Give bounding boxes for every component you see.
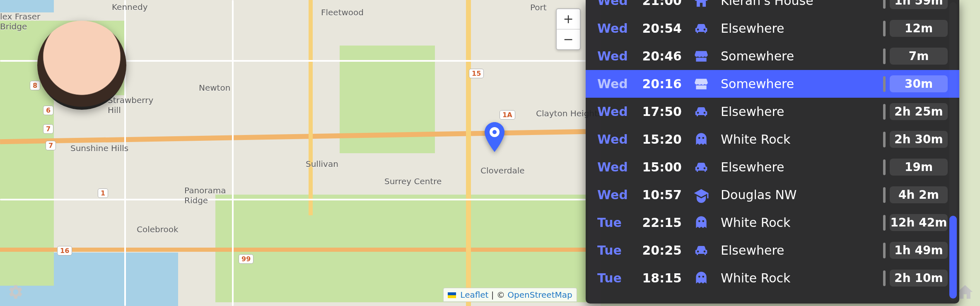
route-badge: 16	[57, 246, 72, 255]
route-badge: 7	[46, 141, 56, 150]
timeline-row[interactable]: Wed20:54Elsewhere12m	[586, 14, 959, 42]
ghost-icon	[692, 215, 711, 231]
city-label: Sunshine Hills	[70, 143, 128, 153]
home-icon	[692, 0, 711, 9]
row-day: Wed	[597, 132, 630, 147]
row-place: Elsewhere	[721, 21, 873, 36]
row-duration: 2h 10m	[890, 270, 948, 287]
row-day: Tue	[597, 215, 630, 230]
row-place: Kieran's House	[721, 0, 873, 8]
row-duration: 4h 2m	[890, 186, 948, 203]
city-label: Strawberry Hill	[108, 95, 153, 115]
timeline-row[interactable]: Tue18:15White Rock2h 10m	[586, 264, 959, 292]
route-badge: 7	[43, 124, 53, 134]
row-place: Elsewhere	[721, 243, 873, 258]
duration-bar	[883, 0, 886, 9]
timeline-row[interactable]: Wed20:16Somewhere30m	[586, 70, 959, 98]
ghost-icon	[692, 132, 711, 147]
city-label: Fleetwood	[321, 7, 364, 17]
city-label: Surrey Centre	[384, 176, 442, 186]
duration-bar	[883, 187, 886, 203]
row-place: Somewhere	[721, 49, 873, 63]
scrollbar-thumb[interactable]	[949, 216, 957, 299]
route-badge: 8	[30, 81, 40, 90]
map-attribution: Leaflet | © OpenStreetMap	[443, 288, 577, 302]
row-place: Elsewhere	[721, 160, 873, 174]
city-label: Kennedy	[112, 2, 148, 12]
row-time: 21:00	[640, 0, 682, 8]
row-time: 22:15	[640, 215, 682, 230]
row-duration: 1h 59m	[890, 0, 948, 9]
timeline-panel: Wed21:00Kieran's House1h 59mWed20:54Else…	[586, 0, 959, 304]
zoom-out-button[interactable]: −	[557, 29, 580, 49]
row-day: Wed	[597, 77, 630, 91]
row-time: 18:15	[640, 271, 682, 285]
timeline-row[interactable]: Wed17:50Elsewhere2h 25m	[586, 98, 959, 125]
zoom-in-button[interactable]: +	[557, 9, 580, 29]
row-duration: 12h 42m	[890, 214, 948, 231]
timeline-row[interactable]: Wed15:20White Rock2h 30m	[586, 125, 959, 153]
row-duration: 2h 25m	[890, 103, 948, 120]
map-pin-icon[interactable]	[485, 122, 504, 152]
city-label: Sullivan	[306, 159, 338, 169]
duration-bar	[883, 270, 886, 286]
zoom-control: + −	[556, 8, 581, 50]
row-place: White Rock	[721, 215, 873, 230]
city-label: lex Fraser Bridge	[0, 12, 40, 31]
duration-bar	[883, 48, 886, 64]
row-place: White Rock	[721, 132, 873, 147]
city-label: Newton	[199, 83, 230, 93]
route-badge: 1	[98, 188, 108, 198]
ghost-icon	[692, 270, 711, 286]
timeline-row[interactable]: Tue22:15White Rock12h 42m	[586, 209, 959, 236]
timeline-row[interactable]: Wed20:46Somewhere7m	[586, 42, 959, 70]
duration-bar	[883, 215, 886, 231]
row-duration: 7m	[890, 48, 948, 65]
row-day: Wed	[597, 21, 630, 36]
school-icon	[692, 187, 711, 203]
row-time: 10:57	[640, 188, 682, 202]
row-place: Somewhere	[721, 77, 873, 91]
car-icon	[692, 21, 711, 36]
row-duration: 30m	[890, 75, 948, 92]
city-label: Panorama Ridge	[184, 186, 226, 205]
row-place: Elsewhere	[721, 104, 873, 119]
row-day: Tue	[597, 271, 630, 285]
svg-point-1	[492, 130, 497, 134]
row-time: 15:00	[640, 160, 682, 174]
row-day: Wed	[597, 0, 630, 8]
row-day: Wed	[597, 104, 630, 119]
route-badge: 6	[43, 106, 53, 115]
settings-gear-icon[interactable]	[6, 283, 24, 301]
osm-link[interactable]: OpenStreetMap	[507, 290, 572, 300]
duration-bar	[883, 104, 886, 120]
row-day: Wed	[597, 49, 630, 63]
row-day: Wed	[597, 188, 630, 202]
car-icon	[692, 104, 711, 120]
city-label: Port	[530, 2, 547, 12]
row-time: 17:50	[640, 104, 682, 119]
scrollbar[interactable]	[949, 2, 957, 301]
row-day: Wed	[597, 160, 630, 174]
row-time: 20:16	[640, 77, 682, 91]
user-avatar[interactable]	[37, 21, 126, 110]
ukraine-flag-icon	[448, 292, 456, 298]
timeline-row[interactable]: Wed21:00Kieran's House1h 59m	[586, 0, 959, 14]
route-badge: 15	[469, 69, 484, 78]
row-day: Tue	[597, 243, 630, 258]
timeline-row[interactable]: Wed10:57Douglas NW4h 2m	[586, 181, 959, 209]
city-label: Colebrook	[137, 224, 179, 234]
row-time: 15:20	[640, 132, 682, 147]
route-badge: 99	[239, 254, 253, 264]
duration-bar	[883, 132, 886, 147]
timeline-row[interactable]: Wed15:00Elsewhere19m	[586, 153, 959, 181]
row-time: 20:54	[640, 21, 682, 36]
duration-bar	[883, 76, 886, 92]
duration-bar	[883, 243, 886, 258]
timeline-row[interactable]: Tue20:25Elsewhere1h 49m	[586, 236, 959, 264]
row-time: 20:25	[640, 243, 682, 258]
car-icon	[692, 159, 711, 175]
store-icon	[692, 48, 711, 64]
leaflet-link[interactable]: Leaflet	[460, 290, 488, 300]
row-duration: 2h 30m	[890, 131, 948, 148]
